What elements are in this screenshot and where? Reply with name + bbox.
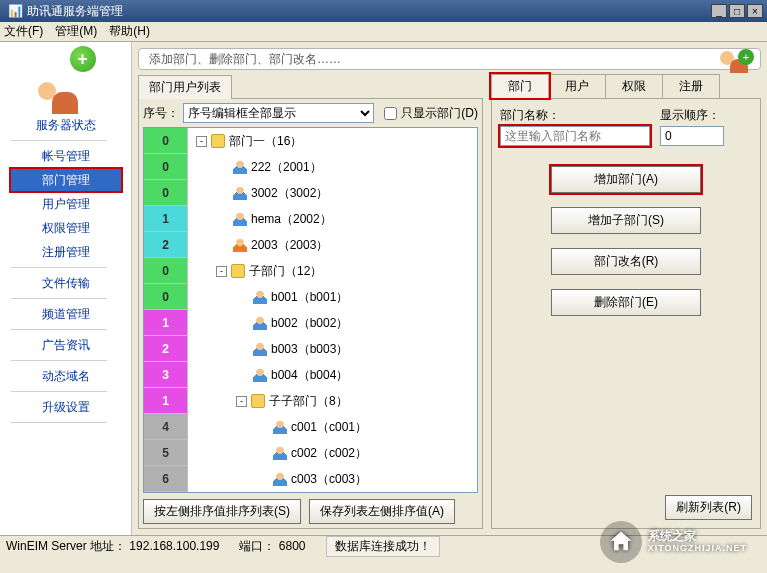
menubar: 文件(F) 管理(M) 帮助(H) [0,22,767,42]
sidebar-item-9[interactable]: 动态域名 [11,365,121,387]
tree-node[interactable]: b003（b003） [188,336,477,362]
sidebar-item-2[interactable]: 部门管理 [11,169,121,191]
user-icon [273,446,287,460]
tree-toggle-icon[interactable]: - [216,266,227,277]
user-icon [253,316,267,330]
order-cell[interactable]: 4 [144,414,187,440]
order-cell[interactable]: 3 [144,362,187,388]
status-port-label: 端口： [239,539,275,553]
order-cell[interactable]: 1 [144,206,187,232]
user-icon [233,238,247,252]
sidebar-add-icon: + [32,48,100,104]
tree-node-label: b002（b002） [271,315,348,332]
user-icon [233,160,247,174]
user-icon [253,368,267,382]
tree-node-label: c002（c002） [291,445,367,462]
dept-name-label: 部门名称： [500,107,650,124]
order-cell[interactable]: 0 [144,284,187,310]
status-addr: 192.168.100.199 [129,539,219,553]
tree-toggle-icon[interactable]: - [196,136,207,147]
tree-node[interactable]: b002（b002） [188,310,477,336]
rename-dept-button[interactable]: 部门改名(R) [551,248,701,275]
tab-dept[interactable]: 部门 [491,74,549,98]
folder-icon [211,134,225,148]
tab-dept-user-list[interactable]: 部门用户列表 [138,75,232,99]
sidebar-item-6[interactable]: 文件传输 [11,272,121,294]
order-cell[interactable]: 2 [144,232,187,258]
tree-node[interactable]: c001（c001） [188,414,477,440]
tree-node-label: b001（b001） [271,289,348,306]
save-left-order-button[interactable]: 保存列表左侧排序值(A) [309,499,455,524]
order-cell[interactable]: 0 [144,180,187,206]
minimize-button[interactable]: _ [711,4,727,18]
user-icon [233,212,247,226]
order-cell[interactable]: 1 [144,388,187,414]
tree-node[interactable]: -部门一（16） [188,128,477,154]
seq-select[interactable]: 序号编辑框全部显示 [183,103,374,123]
tree-node-label: c003（c003） [291,471,367,488]
tree-node[interactable]: hema（2002） [188,206,477,232]
status-addr-label: WinEIM Server 地址： [6,539,126,553]
only-dept-label: 只显示部门(D) [401,105,478,122]
sidebar-item-1[interactable]: 帐号管理 [11,145,121,167]
tree-node[interactable]: -子部门（12） [188,258,477,284]
order-cell[interactable]: 5 [144,440,187,466]
delete-dept-button[interactable]: 删除部门(E) [551,289,701,316]
tree-node[interactable]: 2003（2003） [188,232,477,258]
sidebar-item-3[interactable]: 用户管理 [11,193,121,215]
tree-node[interactable]: 3002（3002） [188,180,477,206]
tree-node-label: c001（c001） [291,419,367,436]
tree-node[interactable]: c003（c003） [188,466,477,492]
tree-node-label: 子部门（12） [249,263,322,280]
add-sub-dept-button[interactable]: 增加子部门(S) [551,207,701,234]
order-cell[interactable]: 0 [144,154,187,180]
sidebar-item-7[interactable]: 频道管理 [11,303,121,325]
plus-icon: + [70,46,96,72]
sort-by-left-button[interactable]: 按左侧排序值排序列表(S) [143,499,301,524]
tree-node[interactable]: b001（b001） [188,284,477,310]
only-dept-checkbox[interactable] [384,107,397,120]
sidebar-item-8[interactable]: 广告资讯 [11,334,121,356]
tree-node-label: b003（b003） [271,341,348,358]
tree-node-label: hema（2002） [251,211,332,228]
order-cell[interactable]: 0 [144,258,187,284]
tree-node[interactable]: 222（2001） [188,154,477,180]
sidebar-item-5[interactable]: 注册管理 [11,241,121,263]
sidebar-item-10[interactable]: 升级设置 [11,396,121,418]
sidebar-item-4[interactable]: 权限管理 [11,217,121,239]
status-bar: WinEIM Server 地址： 192.168.100.199 端口： 68… [0,535,767,557]
tab-perm[interactable]: 权限 [605,74,663,98]
close-button[interactable]: × [747,4,763,18]
display-order-input[interactable] [660,126,724,146]
right-pane: 部门 用户 权限 注册 部门名称： 显示顺序： [491,74,761,529]
tree-node-label: 部门一（16） [229,133,302,150]
tree-node[interactable]: b004（b004） [188,362,477,388]
window-title: 助讯通服务端管理 [27,3,123,20]
user-icon [253,342,267,356]
menu-help[interactable]: 帮助(H) [109,23,150,40]
sidebar: + 服务器状态帐号管理部门管理用户管理权限管理注册管理文件传输频道管理广告资讯动… [0,42,132,535]
order-cell[interactable]: 6 [144,466,187,492]
banner-text: 添加部门、删除部门、部门改名…… [149,51,341,68]
order-cell[interactable]: 2 [144,336,187,362]
order-cell[interactable]: 0 [144,128,187,154]
add-dept-button[interactable]: 增加部门(A) [551,166,701,193]
sidebar-item-0[interactable]: 服务器状态 [11,114,121,136]
tree-node[interactable]: -子子部门（8） [188,388,477,414]
menu-manage[interactable]: 管理(M) [55,23,97,40]
tree-toggle-icon[interactable]: - [236,396,247,407]
dept-name-input[interactable] [500,126,650,146]
display-order-label: 显示顺序： [660,107,724,124]
menu-file[interactable]: 文件(F) [4,23,43,40]
user-icon [233,186,247,200]
refresh-list-button[interactable]: 刷新列表(R) [665,495,752,520]
tab-reg[interactable]: 注册 [662,74,720,98]
seq-label: 序号： [143,105,179,122]
banner: 添加部门、删除部门、部门改名…… + [138,48,761,70]
tree-box: 00012001231456 -部门一（16）222（2001）3002（300… [143,127,478,493]
order-cell[interactable]: 1 [144,310,187,336]
tab-user[interactable]: 用户 [548,74,606,98]
maximize-button[interactable]: □ [729,4,745,18]
user-icon [253,290,267,304]
tree-node[interactable]: c002（c002） [188,440,477,466]
